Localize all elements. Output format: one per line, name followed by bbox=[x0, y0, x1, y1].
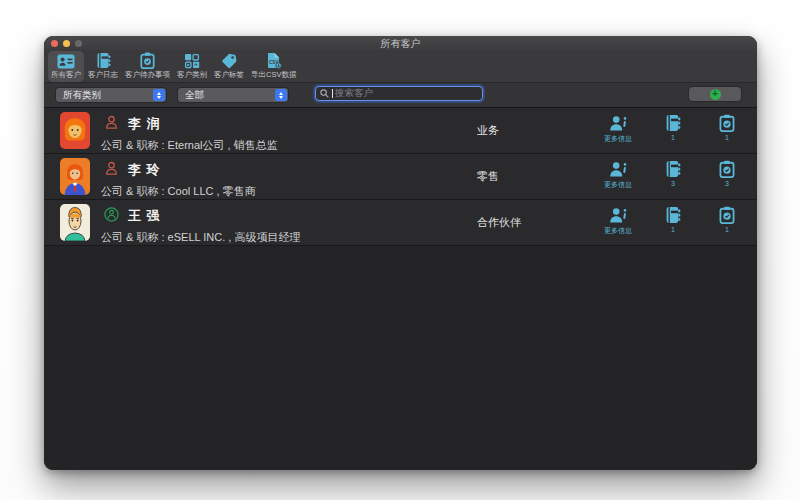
toolbar-item-label: 导出CSV数据 bbox=[251, 70, 296, 80]
logs-count: 1 bbox=[671, 134, 675, 141]
toolbar-item-customer-tags[interactable]: 客户标签 bbox=[211, 51, 247, 82]
desktop: 所有客户 所有客户 bbox=[0, 0, 800, 500]
customer-category: 合作伙伴 bbox=[477, 200, 521, 245]
toolbar-item-label: 客户待办事项 bbox=[125, 70, 170, 80]
more-info-label: 更多信息 bbox=[604, 180, 632, 190]
plus-icon: + bbox=[710, 89, 721, 100]
clipboard-check-icon bbox=[719, 206, 735, 224]
search-placeholder: 搜索客户 bbox=[335, 87, 373, 100]
customer-row[interactable]: 李 玲 公司 & 职称 : Cool LLC , 零售商 零售 更多信息 bbox=[44, 154, 757, 200]
customer-company: 公司 & 职称 : eSELL INC. , 高级项目经理 bbox=[101, 230, 300, 245]
customer-company: 公司 & 职称 : Cool LLC , 零售商 bbox=[101, 184, 256, 199]
clipboard-check-icon bbox=[140, 52, 155, 69]
person-info-icon bbox=[609, 206, 628, 224]
logs-button[interactable]: 1 bbox=[651, 206, 695, 233]
search-input[interactable]: 搜索客户 bbox=[315, 86, 483, 101]
more-info-button[interactable]: 更多信息 bbox=[596, 114, 640, 144]
customer-name: 王 强 bbox=[128, 207, 161, 225]
toolbar-item-label: 客户日志 bbox=[88, 70, 118, 80]
clipboard-check-icon bbox=[719, 160, 735, 178]
tag-icon bbox=[221, 52, 238, 69]
toolbar-item-all-customers[interactable]: 所有客户 bbox=[48, 51, 84, 82]
todos-count: 1 bbox=[725, 226, 729, 233]
window-title: 所有客户 bbox=[44, 36, 757, 51]
person-info-icon bbox=[609, 114, 628, 132]
category-dropdown-value: 所有类别 bbox=[63, 89, 101, 100]
todos-count: 1 bbox=[725, 134, 729, 141]
logs-button[interactable]: 1 bbox=[651, 114, 695, 141]
customer-row[interactable]: 王 强 公司 & 职称 : eSELL INC. , 高级项目经理 合作伙伴 更… bbox=[44, 200, 757, 246]
todos-button[interactable]: 3 bbox=[705, 160, 749, 187]
avatar bbox=[60, 112, 90, 149]
scope-dropdown[interactable]: 全部 bbox=[178, 88, 288, 102]
category-dropdown[interactable]: 所有类别 bbox=[56, 88, 166, 102]
clipboard-check-icon bbox=[719, 114, 735, 132]
notebook-icon bbox=[96, 52, 111, 69]
grid-categories-icon bbox=[184, 52, 200, 69]
more-info-label: 更多信息 bbox=[604, 226, 632, 236]
scope-dropdown-value: 全部 bbox=[185, 89, 204, 100]
female-icon bbox=[104, 115, 119, 130]
female-icon bbox=[104, 161, 119, 176]
search-icon bbox=[320, 89, 329, 98]
customer-category: 零售 bbox=[477, 154, 499, 199]
customer-row[interactable]: 李 润 公司 & 职称 : Eternal公司 , 销售总监 业务 更多信息 bbox=[44, 108, 757, 154]
toolbar-item-customer-categories[interactable]: 客户类别 bbox=[174, 51, 210, 82]
customer-category: 业务 bbox=[477, 108, 499, 153]
more-info-button[interactable]: 更多信息 bbox=[596, 160, 640, 190]
notebook-icon bbox=[665, 206, 681, 224]
more-info-button[interactable]: 更多信息 bbox=[596, 206, 640, 236]
toolbar-item-label: 客户标签 bbox=[214, 70, 244, 80]
title-bar: 所有客户 bbox=[44, 36, 757, 50]
filter-bar: 所有类别 全部 搜索客户 + bbox=[44, 83, 757, 108]
toolbar-item-export-csv[interactable]: CSV 导出CSV数据 bbox=[248, 51, 299, 82]
male-circle-icon bbox=[104, 207, 119, 222]
add-customer-button[interactable]: + bbox=[689, 87, 741, 101]
notebook-icon bbox=[665, 160, 681, 178]
toolbar: 所有客户 客户日志 bbox=[44, 50, 757, 83]
todos-button[interactable]: 1 bbox=[705, 206, 749, 233]
avatar bbox=[60, 204, 90, 241]
customer-name: 李 玲 bbox=[128, 161, 161, 179]
toolbar-item-customer-logs[interactable]: 客户日志 bbox=[85, 51, 121, 82]
todos-button[interactable]: 1 bbox=[705, 114, 749, 141]
customer-name: 李 润 bbox=[128, 115, 161, 133]
dropdown-stepper-icon bbox=[153, 89, 165, 101]
toolbar-item-label: 客户类别 bbox=[177, 70, 207, 80]
text-caret bbox=[332, 89, 333, 98]
customer-list: 李 润 公司 & 职称 : Eternal公司 , 销售总监 业务 更多信息 bbox=[44, 108, 757, 470]
todos-count: 3 bbox=[725, 180, 729, 187]
contacts-book-icon bbox=[57, 52, 75, 69]
customer-company: 公司 & 职称 : Eternal公司 , 销售总监 bbox=[101, 138, 278, 153]
logs-count: 1 bbox=[671, 226, 675, 233]
toolbar-item-label: 所有客户 bbox=[51, 70, 81, 80]
logs-count: 3 bbox=[671, 180, 675, 187]
logs-button[interactable]: 3 bbox=[651, 160, 695, 187]
app-window: 所有客户 所有客户 bbox=[44, 36, 757, 470]
toolbar-item-customer-todos[interactable]: 客户待办事项 bbox=[122, 51, 173, 82]
avatar bbox=[60, 158, 90, 195]
csv-file-icon: CSV bbox=[266, 52, 282, 69]
person-info-icon bbox=[609, 160, 628, 178]
more-info-label: 更多信息 bbox=[604, 134, 632, 144]
dropdown-stepper-icon bbox=[275, 89, 287, 101]
notebook-icon bbox=[665, 114, 681, 132]
